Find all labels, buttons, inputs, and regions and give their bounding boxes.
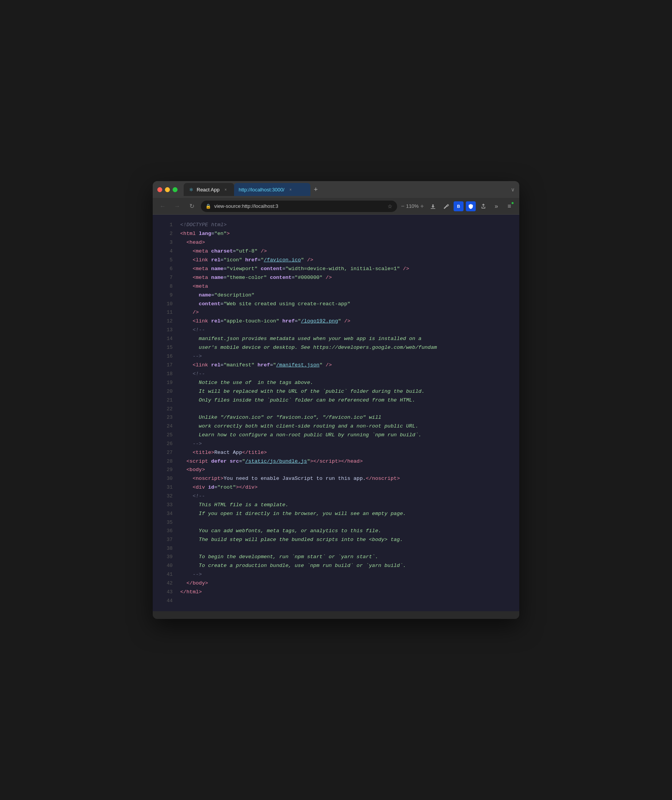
code-line-32: 32 <!-- bbox=[153, 492, 519, 501]
reload-button[interactable]: ↻ bbox=[186, 201, 197, 212]
extensions-icon: » bbox=[495, 203, 498, 210]
code-line-37: 37 The build step will place the bundled… bbox=[153, 536, 519, 544]
zoom-plus-button[interactable]: + bbox=[420, 203, 424, 210]
shield-button[interactable] bbox=[466, 201, 476, 211]
code-line-17: 17 <link rel="manifest" href="/manifest.… bbox=[153, 361, 519, 370]
code-line-23: 23 Unlike "/favicon.ico" or "favicon.ico… bbox=[153, 413, 519, 422]
code-line-18: 18 <!-- bbox=[153, 370, 519, 379]
menu-icon: ≡ bbox=[507, 203, 511, 210]
zoom-level: 110% bbox=[406, 203, 418, 209]
code-line-26: 26 --> bbox=[153, 440, 519, 449]
url-bar[interactable]: 🔒 view-source:http://localhost:3 ☆ bbox=[201, 201, 397, 212]
code-line-38: 38 bbox=[153, 544, 519, 553]
code-line-35: 35 bbox=[153, 518, 519, 527]
code-line-12: 12 <link rel="apple-touch-icon" href="/l… bbox=[153, 317, 519, 326]
share-button[interactable] bbox=[478, 201, 489, 212]
code-line-7: 7 <meta name="theme-color" content="#000… bbox=[153, 274, 519, 282]
react-icon: ⚛ bbox=[189, 187, 194, 193]
title-bar: ⚛ React App × http://localhost:3000/ × +… bbox=[153, 181, 519, 198]
code-line-27: 27 <title>React App</title> bbox=[153, 449, 519, 457]
code-line-40: 40 To create a production bundle, use `n… bbox=[153, 562, 519, 570]
code-line-3: 3 <head> bbox=[153, 238, 519, 247]
code-line-1: 1 <!DOCTYPE html> bbox=[153, 221, 519, 230]
code-line-2: 2 <html lang="en"> bbox=[153, 230, 519, 238]
tab-url-close-button[interactable]: × bbox=[288, 186, 294, 193]
browser-window: ⚛ React App × http://localhost:3000/ × +… bbox=[153, 181, 519, 619]
code-line-25: 25 Learn how to configure a non-root pub… bbox=[153, 431, 519, 440]
forward-button[interactable]: → bbox=[172, 201, 183, 212]
code-line-41: 41 --> bbox=[153, 570, 519, 579]
back-button[interactable]: ← bbox=[157, 201, 168, 212]
tools-icon bbox=[443, 203, 449, 209]
traffic-lights bbox=[157, 187, 178, 192]
chevron-down-icon[interactable]: ∨ bbox=[511, 186, 515, 193]
share-icon bbox=[480, 203, 486, 209]
url-text: view-source:http://localhost:3 bbox=[214, 203, 278, 209]
code-line-29: 29 <body> bbox=[153, 466, 519, 474]
nav-bar: ← → ↻ 🔒 view-source:http://localhost:3 ☆… bbox=[153, 198, 519, 215]
download-button[interactable] bbox=[428, 201, 438, 212]
title-bar-controls: ∨ bbox=[511, 186, 515, 193]
code-line-42: 42 </body> bbox=[153, 579, 519, 588]
code-line-15: 15 user's mobile device or desktop. See … bbox=[153, 343, 519, 352]
code-line-14: 14 manifest.json provides metadata used … bbox=[153, 335, 519, 343]
new-tab-button[interactable]: + bbox=[310, 184, 321, 195]
code-line-36: 36 You can add webfonts, meta tags, or a… bbox=[153, 527, 519, 536]
tab-label: React App bbox=[197, 187, 220, 193]
reload-icon: ↻ bbox=[189, 202, 194, 210]
download-icon bbox=[430, 203, 436, 209]
code-line-8: 8 <meta bbox=[153, 282, 519, 291]
tools-button[interactable] bbox=[441, 201, 451, 212]
code-line-34: 34 If you open it directly in the browse… bbox=[153, 510, 519, 518]
bitwarden-label: B bbox=[457, 204, 460, 209]
code-line-33: 33 This HTML file is a template. bbox=[153, 501, 519, 510]
tab-url-label: http://localhost:3000/ bbox=[239, 187, 284, 193]
code-line-6: 6 <meta name="viewport" content="width=d… bbox=[153, 265, 519, 274]
code-line-19: 19 Notice the use of in the tags above. bbox=[153, 379, 519, 387]
code-line-10: 10 content="Web site created using creat… bbox=[153, 300, 519, 309]
code-line-20: 20 It will be replaced with the URL of t… bbox=[153, 387, 519, 396]
svg-rect-0 bbox=[431, 208, 435, 209]
tabs-area: ⚛ React App × http://localhost:3000/ × + bbox=[184, 183, 508, 196]
notification-dot bbox=[511, 202, 514, 204]
code-area: 1 <!DOCTYPE html> 2 <html lang="en"> 3 <… bbox=[153, 215, 519, 611]
back-icon: ← bbox=[160, 203, 166, 210]
code-line-16: 16 --> bbox=[153, 352, 519, 361]
zoom-minus-button[interactable]: − bbox=[401, 203, 404, 210]
code-line-11: 11 /> bbox=[153, 308, 519, 317]
code-line-9: 9 name="description" bbox=[153, 291, 519, 300]
extensions-button[interactable]: » bbox=[491, 201, 502, 212]
code-line-22: 22 bbox=[153, 405, 519, 413]
code-line-21: 21 Only files inside the `public` folder… bbox=[153, 396, 519, 405]
bitwarden-button[interactable]: B bbox=[454, 201, 464, 211]
bottom-bar bbox=[153, 611, 519, 619]
close-traffic-light[interactable] bbox=[157, 187, 162, 192]
lock-icon: 🔒 bbox=[205, 204, 211, 209]
code-line-30: 30 <noscript>You need to enable JavaScri… bbox=[153, 474, 519, 483]
tab-close-button[interactable]: × bbox=[223, 186, 229, 193]
bookmark-icon[interactable]: ☆ bbox=[388, 203, 393, 209]
code-line-24: 24 work correctly both with client-side … bbox=[153, 422, 519, 431]
code-line-5: 5 <link rel="icon" href="/favicon.ico" /… bbox=[153, 256, 519, 265]
tab-localhost[interactable]: http://localhost:3000/ × bbox=[234, 183, 310, 196]
code-line-39: 39 To begin the development, run `npm st… bbox=[153, 553, 519, 562]
fullscreen-traffic-light[interactable] bbox=[173, 187, 178, 192]
code-line-44: 44 bbox=[153, 597, 519, 605]
code-line-43: 43 </html> bbox=[153, 588, 519, 597]
tab-react-app[interactable]: ⚛ React App × bbox=[184, 183, 234, 196]
menu-button[interactable]: ≡ bbox=[504, 201, 515, 212]
code-line-28: 28 <script defer src="/static/js/bundle.… bbox=[153, 457, 519, 466]
forward-icon: → bbox=[174, 203, 180, 210]
code-line-31: 31 <div id="root"></div> bbox=[153, 483, 519, 492]
minimize-traffic-light[interactable] bbox=[165, 187, 170, 192]
zoom-control: − 110% + bbox=[401, 203, 424, 210]
code-line-4: 4 <meta charset="utf-8" /> bbox=[153, 247, 519, 256]
code-line-13: 13 <!-- bbox=[153, 326, 519, 335]
nav-actions: B » ≡ bbox=[428, 201, 515, 212]
shield-icon bbox=[468, 204, 473, 209]
